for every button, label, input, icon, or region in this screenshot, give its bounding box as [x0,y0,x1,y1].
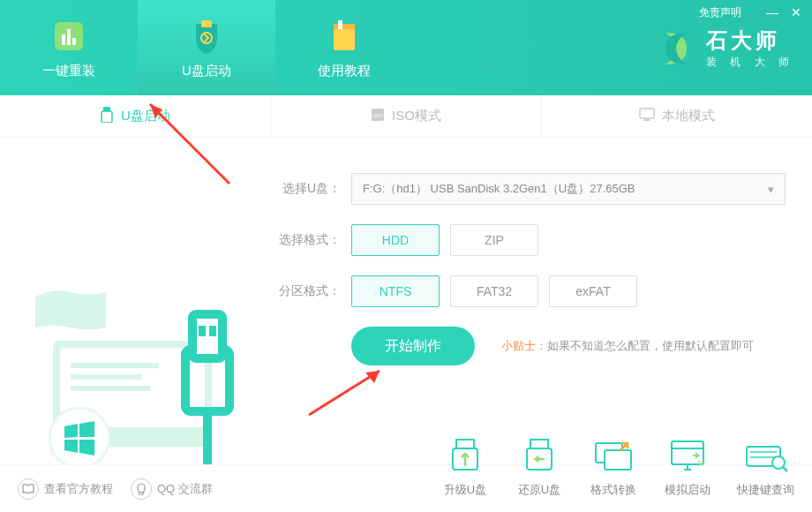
svg-text:ISO: ISO [373,113,383,118]
svg-rect-22 [192,314,222,358]
local-icon [639,108,655,125]
tab-iso-mode[interactable]: ISO ISO模式 [271,95,542,137]
format-convert-icon [589,436,638,475]
svg-rect-13 [640,109,654,118]
svg-point-38 [139,492,144,494]
disk-select[interactable]: F:G:（hd1） USB SanDisk 3.2Gen1（U盘）27.65GB… [351,173,786,205]
nav-tutorial[interactable]: 使用教程 [275,0,413,95]
form-area: 选择U盘： F:G:（hd1） USB SanDisk 3.2Gen1（U盘）2… [265,138,812,464]
svg-rect-7 [334,24,355,29]
tool-restore-usb[interactable]: 还原U盘 [515,436,564,498]
book-icon [325,17,364,56]
sub-tabs: U盘启动 ISO ISO模式 本地模式 [0,95,812,138]
svg-rect-30 [605,450,631,470]
partition-option-ntfs[interactable]: NTFS [351,275,440,307]
svg-rect-4 [201,20,212,27]
tip-label: 小贴士： [501,339,547,352]
svg-rect-3 [72,38,76,45]
tool-upgrade-usb[interactable]: 升级U盘 [440,436,490,498]
svg-line-36 [783,467,787,471]
close-button[interactable]: ✕ [791,5,801,19]
book-open-icon [18,478,39,500]
svg-rect-23 [199,326,206,336]
nav-reinstall[interactable]: 一键重装 [0,0,138,95]
chart-icon [49,17,88,56]
brand-subtitle: 装 机 大 师 [706,55,794,70]
tab-label: ISO模式 [392,108,441,124]
minimize-button[interactable]: — [766,5,778,19]
svg-rect-17 [71,363,159,368]
footer-tutorial-link[interactable]: 查看官方教程 [18,478,113,500]
svg-rect-14 [644,119,650,121]
brand-logo-icon [655,27,697,70]
svg-point-37 [138,484,145,493]
window-controls: — ✕ [766,5,801,19]
brand-title: 石大师 [706,26,794,55]
svg-rect-1 [62,34,65,45]
tool-label: 格式转换 [590,482,636,498]
nav-label: 一键重装 [42,63,95,79]
svg-rect-19 [71,386,150,391]
footer-link-label: QQ 交流群 [157,481,213,497]
hotkey-icon [741,436,791,475]
partition-option-fat32[interactable]: FAT32 [450,275,538,307]
tab-label: 本地模式 [662,108,715,124]
svg-rect-25 [456,440,474,448]
disk-select-value: F:G:（hd1） USB SanDisk 3.2Gen1（U盘）27.65GB [363,181,635,197]
simulate-boot-icon [663,436,712,475]
brand: 石大师 装 机 大 师 [655,26,794,70]
usb-shield-icon [187,17,226,56]
tool-simulate-boot[interactable]: 模拟启动 [663,436,712,498]
qq-icon [131,478,152,500]
footer-qq-link[interactable]: QQ 交流群 [131,478,213,500]
main-content: 选择U盘： F:G:（hd1） USB SanDisk 3.2Gen1（U盘）2… [0,138,812,464]
tool-label: 模拟启动 [665,482,710,498]
upgrade-usb-icon [440,436,490,475]
svg-point-35 [772,456,785,469]
tab-label: U盘启动 [121,108,170,124]
format-label: 选择格式： [274,232,341,248]
tab-usb-boot[interactable]: U盘启动 [0,95,271,137]
chevron-down-icon: ▾ [768,183,774,196]
restore-usb-icon [515,436,564,475]
start-button[interactable]: 开始制作 [351,327,475,365]
svg-rect-10 [102,111,112,123]
partition-label: 分区格式： [274,283,341,299]
tools-row: 升级U盘 还原U盘 格式转换 模拟启动 快捷键查询 [440,436,794,498]
usb-icon [100,107,114,126]
disclaimer-link[interactable]: 免责声明 [699,5,741,20]
tip-text: 小贴士：如果不知道怎么配置，使用默认配置即可 [501,338,754,354]
tool-label: 还原U盘 [518,482,560,498]
tool-label: 升级U盘 [444,482,486,498]
tool-format-convert[interactable]: 格式转换 [589,436,638,498]
format-option-zip[interactable]: ZIP [450,224,538,256]
svg-rect-2 [67,29,71,45]
tool-hotkey-lookup[interactable]: 快捷键查询 [737,436,794,498]
tool-label: 快捷键查询 [737,482,794,498]
app-header: 一键重装 U盘启动 使用教程 免责声明 — ✕ 石大师 装 机 大 师 [0,0,812,95]
select-disk-label: 选择U盘： [274,181,341,197]
illustration-panel [0,138,265,464]
svg-rect-18 [71,374,141,380]
iso-icon: ISO [371,108,385,125]
footer-link-label: 查看官方教程 [44,481,113,497]
nav-label: U盘启动 [182,63,231,79]
format-option-hdd[interactable]: HDD [351,224,440,256]
nav-usb-boot[interactable]: U盘启动 [138,0,275,95]
svg-rect-24 [209,326,216,336]
svg-rect-27 [530,440,548,448]
partition-option-exfat[interactable]: exFAT [549,275,637,307]
tab-local-mode[interactable]: 本地模式 [542,95,812,137]
svg-rect-8 [338,20,342,29]
nav-label: 使用教程 [318,63,371,79]
